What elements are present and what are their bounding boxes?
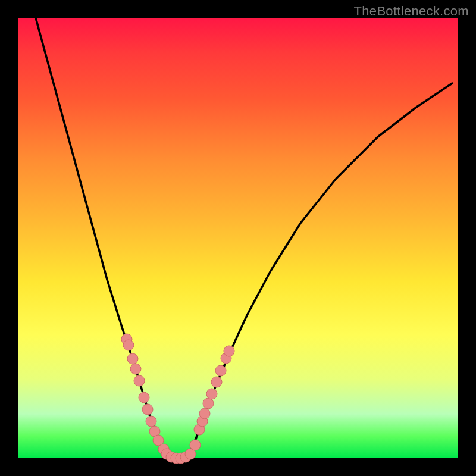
data-marker [142, 404, 153, 415]
watermark-label: TheBottleneck.com [354, 4, 469, 19]
data-marker [134, 375, 145, 386]
data-marker [130, 364, 141, 374]
chart-plot-area [18, 18, 458, 458]
data-marker [203, 398, 214, 409]
curve-right-curve [187, 83, 452, 458]
data-marker [206, 389, 217, 399]
data-marker [127, 353, 138, 364]
curve-left-curve [36, 18, 174, 458]
curve-layer [36, 18, 452, 458]
data-marker [123, 340, 134, 350]
data-marker [190, 440, 201, 450]
marker-layer [121, 334, 234, 464]
data-marker [215, 365, 226, 376]
chart-svg [18, 18, 458, 458]
data-marker [224, 346, 234, 356]
data-marker [211, 377, 222, 387]
data-marker [146, 416, 156, 427]
data-marker [139, 392, 149, 403]
data-marker [199, 408, 210, 419]
